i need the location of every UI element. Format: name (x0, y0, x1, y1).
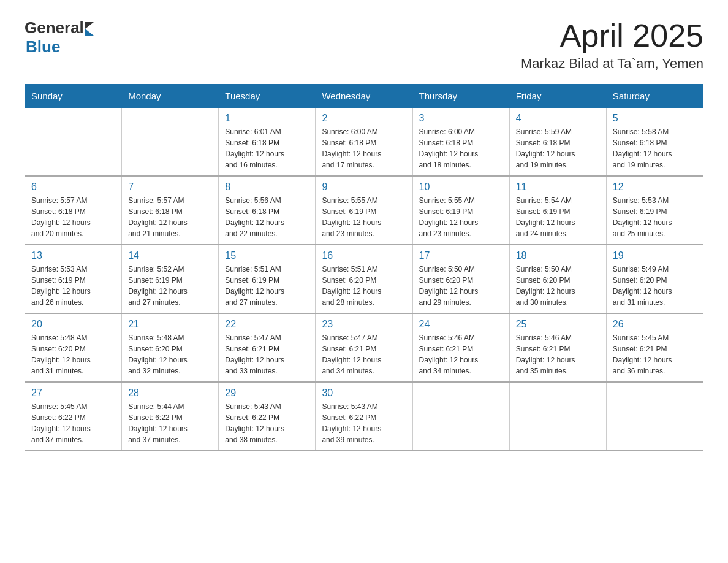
calendar-row-1: 1Sunrise: 6:01 AM Sunset: 6:18 PM Daylig… (25, 108, 703, 177)
day-info: Sunrise: 5:51 AM Sunset: 6:19 PM Dayligh… (225, 264, 309, 308)
day-number: 24 (419, 319, 503, 330)
calendar-cell: 8Sunrise: 5:56 AM Sunset: 6:18 PM Daylig… (219, 176, 316, 245)
day-number: 5 (613, 113, 697, 124)
day-number: 2 (322, 113, 406, 124)
calendar-row-5: 27Sunrise: 5:45 AM Sunset: 6:22 PM Dayli… (25, 382, 703, 451)
day-info: Sunrise: 5:54 AM Sunset: 6:19 PM Dayligh… (516, 195, 600, 239)
calendar-body: 1Sunrise: 6:01 AM Sunset: 6:18 PM Daylig… (25, 108, 703, 451)
calendar-table: SundayMondayTuesdayWednesdayThursdayFrid… (25, 84, 703, 451)
day-number: 6 (31, 182, 115, 193)
calendar-cell: 26Sunrise: 5:45 AM Sunset: 6:21 PM Dayli… (606, 313, 703, 382)
day-number: 4 (516, 113, 600, 124)
day-info: Sunrise: 5:49 AM Sunset: 6:20 PM Dayligh… (613, 264, 697, 308)
day-info: Sunrise: 5:47 AM Sunset: 6:21 PM Dayligh… (322, 332, 406, 377)
day-info: Sunrise: 5:48 AM Sunset: 6:20 PM Dayligh… (31, 332, 115, 377)
calendar-cell: 1Sunrise: 6:01 AM Sunset: 6:18 PM Daylig… (219, 108, 316, 177)
day-info: Sunrise: 5:53 AM Sunset: 6:19 PM Dayligh… (31, 264, 115, 308)
day-number: 21 (128, 319, 212, 330)
calendar-cell: 10Sunrise: 5:55 AM Sunset: 6:19 PM Dayli… (412, 176, 509, 245)
day-number: 25 (516, 319, 600, 330)
day-number: 28 (128, 388, 212, 399)
header-cell-sunday: Sunday (25, 85, 122, 108)
day-info: Sunrise: 5:57 AM Sunset: 6:18 PM Dayligh… (128, 195, 212, 239)
calendar-cell: 17Sunrise: 5:50 AM Sunset: 6:20 PM Dayli… (412, 245, 509, 313)
logo-general: General (25, 18, 84, 37)
calendar-cell: 11Sunrise: 5:54 AM Sunset: 6:19 PM Dayli… (509, 176, 606, 245)
day-number: 19 (613, 250, 697, 261)
calendar-row-3: 13Sunrise: 5:53 AM Sunset: 6:19 PM Dayli… (25, 245, 703, 313)
day-info: Sunrise: 5:44 AM Sunset: 6:22 PM Dayligh… (128, 401, 212, 445)
day-info: Sunrise: 5:46 AM Sunset: 6:21 PM Dayligh… (419, 332, 503, 377)
calendar-cell: 9Sunrise: 5:55 AM Sunset: 6:19 PM Daylig… (316, 176, 412, 245)
day-number: 7 (128, 182, 212, 193)
day-info: Sunrise: 5:53 AM Sunset: 6:19 PM Dayligh… (613, 195, 697, 239)
page-subtitle: Markaz Bilad at Ta`am, Yemen (521, 56, 703, 72)
day-number: 16 (322, 250, 406, 261)
header-cell-thursday: Thursday (412, 85, 509, 108)
day-info: Sunrise: 5:55 AM Sunset: 6:19 PM Dayligh… (419, 195, 503, 239)
header-row: SundayMondayTuesdayWednesdayThursdayFrid… (25, 85, 703, 108)
day-info: Sunrise: 5:59 AM Sunset: 6:18 PM Dayligh… (516, 126, 600, 170)
title-block: April 2025 Markaz Bilad at Ta`am, Yemen (521, 18, 703, 72)
day-info: Sunrise: 6:00 AM Sunset: 6:18 PM Dayligh… (419, 126, 503, 170)
day-info: Sunrise: 5:57 AM Sunset: 6:18 PM Dayligh… (31, 195, 115, 239)
calendar-cell: 22Sunrise: 5:47 AM Sunset: 6:21 PM Dayli… (219, 313, 316, 382)
day-info: Sunrise: 5:45 AM Sunset: 6:21 PM Dayligh… (613, 332, 697, 377)
day-info: Sunrise: 5:47 AM Sunset: 6:21 PM Dayligh… (225, 332, 309, 377)
calendar-cell (25, 108, 122, 177)
header-cell-tuesday: Tuesday (219, 85, 316, 108)
day-info: Sunrise: 5:45 AM Sunset: 6:22 PM Dayligh… (31, 401, 115, 445)
calendar-cell: 16Sunrise: 5:51 AM Sunset: 6:20 PM Dayli… (316, 245, 412, 313)
calendar-cell: 27Sunrise: 5:45 AM Sunset: 6:22 PM Dayli… (25, 382, 122, 451)
calendar-cell: 19Sunrise: 5:49 AM Sunset: 6:20 PM Dayli… (606, 245, 703, 313)
calendar-cell: 25Sunrise: 5:46 AM Sunset: 6:21 PM Dayli… (509, 313, 606, 382)
calendar-cell: 7Sunrise: 5:57 AM Sunset: 6:18 PM Daylig… (122, 176, 219, 245)
day-info: Sunrise: 5:43 AM Sunset: 6:22 PM Dayligh… (225, 401, 309, 445)
day-number: 23 (322, 319, 406, 330)
calendar-cell: 6Sunrise: 5:57 AM Sunset: 6:18 PM Daylig… (25, 176, 122, 245)
day-number: 9 (322, 182, 406, 193)
calendar-cell: 5Sunrise: 5:58 AM Sunset: 6:18 PM Daylig… (606, 108, 703, 177)
calendar-cell: 30Sunrise: 5:43 AM Sunset: 6:22 PM Dayli… (316, 382, 412, 451)
calendar-cell: 15Sunrise: 5:51 AM Sunset: 6:19 PM Dayli… (219, 245, 316, 313)
calendar-cell: 29Sunrise: 5:43 AM Sunset: 6:22 PM Dayli… (219, 382, 316, 451)
day-info: Sunrise: 5:56 AM Sunset: 6:18 PM Dayligh… (225, 195, 309, 239)
day-number: 14 (128, 250, 212, 261)
page-header: General Blue April 2025 Markaz Bilad at … (25, 18, 703, 72)
header-cell-monday: Monday (122, 85, 219, 108)
day-info: Sunrise: 5:50 AM Sunset: 6:20 PM Dayligh… (516, 264, 600, 308)
day-info: Sunrise: 5:51 AM Sunset: 6:20 PM Dayligh… (322, 264, 406, 308)
header-cell-friday: Friday (509, 85, 606, 108)
calendar-cell: 20Sunrise: 5:48 AM Sunset: 6:20 PM Dayli… (25, 313, 122, 382)
logo-blue: Blue (26, 37, 60, 56)
calendar-cell: 18Sunrise: 5:50 AM Sunset: 6:20 PM Dayli… (509, 245, 606, 313)
day-number: 29 (225, 388, 309, 399)
calendar-cell: 14Sunrise: 5:52 AM Sunset: 6:19 PM Dayli… (122, 245, 219, 313)
header-cell-saturday: Saturday (606, 85, 703, 108)
day-number: 10 (419, 182, 503, 193)
day-info: Sunrise: 6:00 AM Sunset: 6:18 PM Dayligh… (322, 126, 406, 170)
day-number: 1 (225, 113, 309, 124)
logo: General Blue (25, 18, 94, 56)
header-cell-wednesday: Wednesday (316, 85, 412, 108)
calendar-cell: 13Sunrise: 5:53 AM Sunset: 6:19 PM Dayli… (25, 245, 122, 313)
calendar-cell: 24Sunrise: 5:46 AM Sunset: 6:21 PM Dayli… (412, 313, 509, 382)
day-number: 3 (419, 113, 503, 124)
day-number: 11 (516, 182, 600, 193)
day-info: Sunrise: 5:55 AM Sunset: 6:19 PM Dayligh… (322, 195, 406, 239)
day-number: 20 (31, 319, 115, 330)
day-info: Sunrise: 6:01 AM Sunset: 6:18 PM Dayligh… (225, 126, 309, 170)
calendar-cell (122, 108, 219, 177)
calendar-cell: 2Sunrise: 6:00 AM Sunset: 6:18 PM Daylig… (316, 108, 412, 177)
day-number: 18 (516, 250, 600, 261)
calendar-row-4: 20Sunrise: 5:48 AM Sunset: 6:20 PM Dayli… (25, 313, 703, 382)
day-number: 26 (613, 319, 697, 330)
day-number: 12 (613, 182, 697, 193)
day-info: Sunrise: 5:48 AM Sunset: 6:20 PM Dayligh… (128, 332, 212, 377)
day-number: 17 (419, 250, 503, 261)
day-info: Sunrise: 5:58 AM Sunset: 6:18 PM Dayligh… (613, 126, 697, 170)
calendar-row-2: 6Sunrise: 5:57 AM Sunset: 6:18 PM Daylig… (25, 176, 703, 245)
day-info: Sunrise: 5:52 AM Sunset: 6:19 PM Dayligh… (128, 264, 212, 308)
day-number: 30 (322, 388, 406, 399)
calendar-cell: 12Sunrise: 5:53 AM Sunset: 6:19 PM Dayli… (606, 176, 703, 245)
